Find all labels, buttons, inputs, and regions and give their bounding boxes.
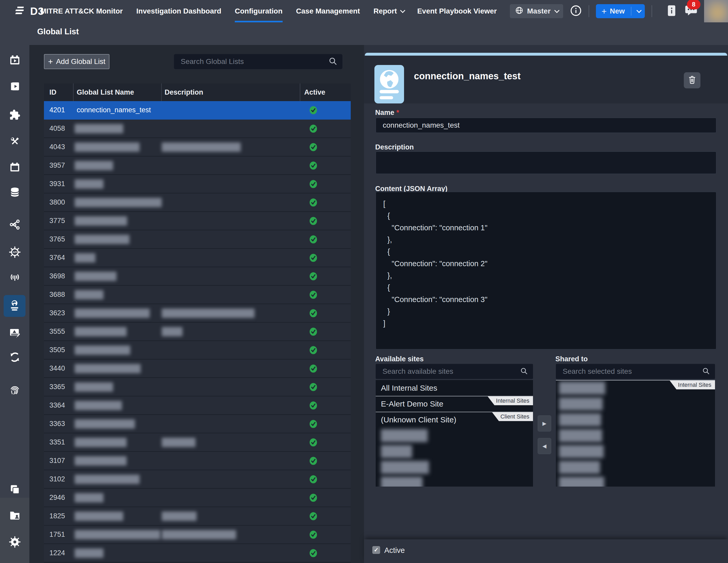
shared-sites-search-input[interactable] — [556, 364, 715, 379]
cell-description — [162, 304, 300, 322]
global-list-search — [174, 54, 342, 69]
table-row-3107[interactable]: 3107 — [44, 452, 351, 470]
shared-site-item-redacted[interactable] — [556, 412, 715, 428]
table-row-3623[interactable]: 3623 — [44, 304, 351, 323]
cell-description — [162, 470, 300, 488]
nav-item-report[interactable]: Report — [373, 0, 404, 22]
sidebar-item-data-management[interactable] — [0, 186, 29, 199]
content-json-editor[interactable]: [ { "Connection": "connection 1" }, { "C… — [376, 192, 716, 349]
sidebar-item-link-analysis[interactable] — [0, 219, 29, 231]
table-row-4043[interactable]: 4043 — [44, 138, 351, 156]
shared-site-item-redacted[interactable] — [556, 396, 715, 412]
redacted-site — [381, 429, 428, 442]
cell-id: 3800 — [44, 193, 74, 211]
site-item--unknown-client-site-[interactable]: Client Sites(Unknown Client Site) — [376, 412, 533, 428]
cell-description — [162, 452, 300, 470]
table-row-3351[interactable]: 3351 — [44, 433, 351, 452]
shared-site-item-redacted[interactable] — [556, 459, 715, 475]
table-row-4058[interactable]: 4058 — [44, 120, 351, 138]
user-avatar[interactable] — [704, 0, 728, 22]
sidebar-item-identity[interactable] — [0, 384, 29, 397]
sidebar-item-user-files[interactable] — [0, 509, 29, 522]
sidebar-item-global-lists[interactable] — [4, 295, 25, 317]
table-row-3440[interactable]: 3440 — [44, 359, 351, 378]
column-header-active[interactable]: Active — [300, 83, 351, 101]
table-row-4201[interactable]: 4201connection_names_test — [44, 101, 351, 120]
table-row-1825[interactable]: 1825 — [44, 507, 351, 526]
delete-button[interactable] — [684, 72, 700, 88]
table-row-1751[interactable]: 1751 — [44, 526, 351, 544]
nav-item-case-management[interactable]: Case Management — [296, 0, 360, 22]
table-row-3698[interactable]: 3698 — [44, 267, 351, 286]
d3-logo[interactable]: D3 — [14, 0, 44, 22]
notifications-icon[interactable]: 8 — [684, 4, 698, 18]
sidebar-item-multi-window[interactable] — [0, 484, 29, 496]
table-row-3364[interactable]: 3364 — [44, 396, 351, 415]
sidebar-item-api[interactable]: API — [0, 246, 29, 259]
table-row-2946[interactable]: 2946 — [44, 489, 351, 507]
table-row-3365[interactable]: 3365 — [44, 378, 351, 396]
move-right-button[interactable]: ▶ — [538, 415, 551, 431]
site-item-redacted[interactable] — [376, 459, 533, 475]
redacted-site — [381, 477, 423, 487]
active-check-icon — [309, 493, 318, 502]
info-icon[interactable] — [570, 5, 582, 18]
release-notes-icon[interactable] — [667, 4, 677, 18]
shared-site-item-redacted[interactable] — [556, 475, 715, 487]
sidebar-item-webhooks[interactable] — [0, 271, 29, 284]
shared-site-item-redacted[interactable]: Internal Sites — [556, 380, 715, 396]
cell-description — [162, 138, 300, 156]
column-header-description[interactable]: Description — [162, 83, 300, 101]
table-row-3957[interactable]: 3957 — [44, 156, 351, 175]
sidebar-item-event-rules[interactable] — [0, 327, 29, 340]
svg-text:API: API — [13, 251, 17, 253]
global-list-search-input[interactable] — [174, 54, 342, 69]
sidebar-item-sync[interactable] — [0, 351, 29, 364]
table-row-3764[interactable]: 3764 — [44, 249, 351, 267]
table-row-3505[interactable]: 3505 — [44, 341, 351, 359]
site-item-all-internal-sites[interactable]: All Internal Sites — [376, 380, 533, 396]
sidebar-item-settings[interactable] — [0, 536, 29, 549]
sidebar-item-monitor[interactable] — [0, 55, 29, 67]
cell-id: 2946 — [44, 489, 74, 507]
move-left-button[interactable]: ◀ — [538, 438, 551, 454]
site-item-e-alert-demo-site[interactable]: Internal SitesE-Alert Demo Site — [376, 396, 533, 412]
table-row-3363[interactable]: 3363 — [44, 415, 351, 433]
site-item-redacted[interactable] — [376, 475, 533, 487]
active-checkbox[interactable]: ✓ — [372, 546, 380, 554]
name-field[interactable] — [376, 118, 716, 133]
table-row-1224[interactable]: 1224 — [44, 544, 351, 562]
sidebar-item-playbooks[interactable] — [0, 81, 29, 93]
nav-item-event-playbook-viewer[interactable]: Event Playbook Viewer — [417, 0, 497, 22]
sidebar-item-integrations[interactable] — [0, 109, 29, 122]
sidebar-item-schedules[interactable] — [0, 162, 29, 174]
nav-item-investigation-dashboard[interactable]: Investigation Dashboard — [136, 0, 221, 22]
column-header-id[interactable]: ID — [44, 83, 74, 101]
shared-site-item-redacted[interactable] — [556, 443, 715, 459]
global-list-table: IDGlobal List NameDescriptionActive4201c… — [44, 83, 351, 562]
table-row-3931[interactable]: 3931 — [44, 175, 351, 193]
nav-item-configuration[interactable]: Configuration — [235, 0, 283, 22]
table-row-3555[interactable]: 3555 — [44, 323, 351, 341]
shared-site-item-redacted[interactable] — [556, 428, 715, 443]
nav-item-mitre-att-ck-monitor[interactable]: MITRE ATT&CK Monitor — [40, 0, 123, 22]
table-row-3102[interactable]: 3102 — [44, 470, 351, 489]
site-item-redacted[interactable] — [376, 443, 533, 459]
add-global-list-button[interactable]: + Add Global List — [44, 54, 109, 69]
new-button[interactable]: + New — [596, 4, 645, 18]
group-tag: Internal Sites — [670, 381, 715, 389]
table-row-3800[interactable]: 3800 — [44, 193, 351, 212]
description-field[interactable] — [376, 152, 716, 174]
active-check-icon — [309, 235, 318, 244]
column-header-global-list-name[interactable]: Global List Name — [74, 83, 162, 101]
sidebar-item-utilities[interactable] — [0, 136, 29, 148]
table-row-3775[interactable]: 3775 — [44, 212, 351, 230]
cell-name — [74, 175, 162, 193]
table-row-3688[interactable]: 3688 — [44, 286, 351, 304]
site-master-dropdown[interactable]: Master — [510, 4, 563, 18]
calendar-icon — [9, 162, 21, 174]
site-item-redacted[interactable] — [376, 428, 533, 443]
redacted-site — [559, 477, 604, 487]
available-sites-search-input[interactable] — [376, 364, 533, 379]
table-row-3765[interactable]: 3765 — [44, 230, 351, 249]
